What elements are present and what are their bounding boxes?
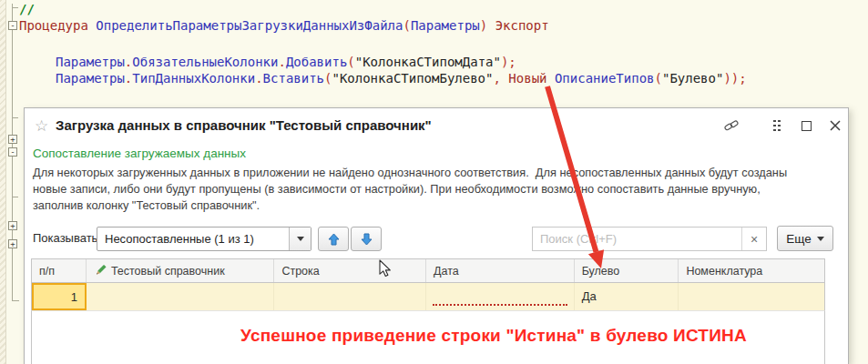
close-icon[interactable] [828,119,842,132]
table-row[interactable]: 1 Да [31,283,825,311]
cell-date[interactable] [426,283,575,310]
search-clear-button[interactable]: × [741,228,766,250]
more-button[interactable]: Еще [777,226,833,251]
fold-collapse-icon[interactable] [8,147,17,157]
table-header-row: п/п Тестовый справочник Строка Дата Буле… [31,258,825,283]
fold-tick [12,197,18,197]
caret-down-icon [817,237,824,241]
red-dotted-underline [433,304,567,306]
fold-expand-icon[interactable] [8,221,17,230]
mapping-table: п/п Тестовый справочник Строка Дата Буле… [31,258,825,364]
window-menu-icon[interactable] [770,119,784,132]
section-title: Сопоставление загружаемых данных [33,147,246,160]
show-filter-label: Показывать: [33,231,101,245]
fold-expand-icon[interactable] [8,239,17,248]
description-line: Для некоторых загруженных данных в прило… [33,166,787,179]
maximize-icon[interactable] [799,119,813,132]
more-button-label: Еще [786,232,811,246]
cell-string[interactable] [274,283,426,310]
pencil-icon [94,265,107,277]
dialog-title: Загрузка данных в справочник "Тестовый с… [56,117,432,133]
show-filter-select[interactable]: Несопоставленные (1 из 1) [97,227,311,251]
code-line-insert-type: Параметры.ТипДанныхКолонки.Вставить("Кол… [56,71,747,86]
cell-boolean[interactable]: Да [575,283,679,310]
fold-collapse-icon[interactable] [8,21,17,30]
code-line-procedure: Процедура ОпределитьПараметрыЗагрузкиДан… [19,18,549,33]
column-header-boolean[interactable]: Булево [575,259,679,282]
cell-nomenclature[interactable] [679,283,824,310]
description-line: заполнив колонку "Тестовый справочник". [33,198,260,212]
screen: // Процедура ОпределитьПараметрыЗагрузки… [0,0,868,364]
search-input[interactable] [533,228,741,250]
search-box: × [532,227,767,251]
get-link-icon[interactable] [724,119,739,132]
code-fold-end [12,300,19,301]
description-line: новые записи, либо они будут пропущены (… [33,182,761,196]
filter-dropdown-button[interactable] [289,228,311,250]
column-header-nomenclature[interactable]: Номенклатура [679,259,824,282]
fold-expand-icon[interactable] [8,135,17,144]
move-up-button[interactable] [318,227,349,251]
load-data-dialog: ☆ Загрузка данных в справочник "Тестовый… [24,107,849,364]
blue-arrow-up-icon [328,233,340,246]
favorite-star-icon[interactable]: ☆ [35,116,48,136]
code-line-comment: // [19,2,35,16]
blue-arrow-down-icon [361,233,373,246]
move-down-button[interactable] [351,227,382,251]
fold-tick [12,117,18,118]
code-line-add-column: Параметры.ОбязательныеКолонки.Добавить("… [56,55,516,69]
column-header-test-catalog[interactable]: Тестовый справочник [87,259,275,282]
cell-test-catalog[interactable] [87,283,275,310]
column-header-string[interactable]: Строка [274,259,426,282]
editor-margin-hatch [0,0,6,364]
annotation-text: Успешное приведение строки "Истина" в бу… [116,326,868,346]
column-header-date[interactable]: Дата [426,259,575,282]
caret-down-icon [297,237,304,241]
show-filter-value: Несопоставленные (1 из 1) [97,228,289,250]
fold-tick [12,7,18,8]
cell-row-number-selected[interactable]: 1 [32,283,87,310]
column-header-num[interactable]: п/п [32,259,87,282]
